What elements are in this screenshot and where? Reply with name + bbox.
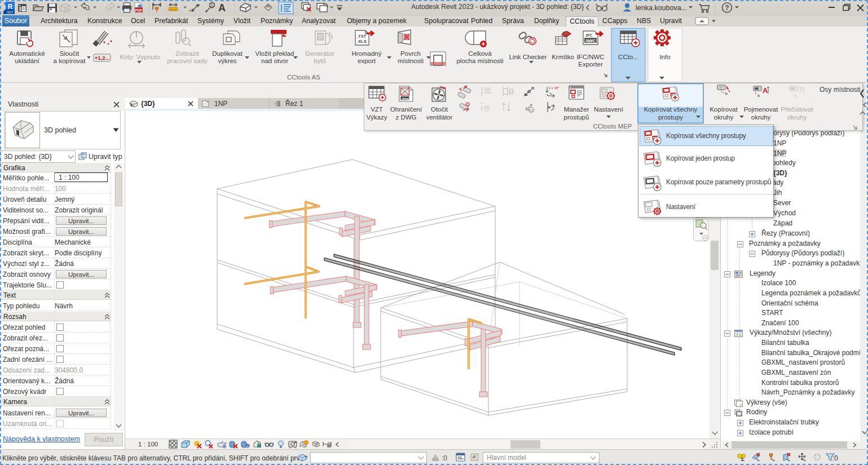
- svg-text:7: 7: [799, 86, 803, 94]
- svg-text:.dwg: .dwg: [401, 97, 409, 100]
- svg-text:RVT: RVT: [7, 11, 13, 14]
- svg-text:250: 250: [485, 90, 490, 94]
- svg-text:G: G: [223, 445, 226, 448]
- svg-text:?: ?: [725, 4, 729, 12]
- svg-text:500: 500: [484, 105, 490, 108]
- svg-text:lenka.koubova...: lenka.koubova...: [636, 4, 687, 12]
- svg-text:.NWC: .NWC: [585, 39, 596, 43]
- svg-text:.TXT: .TXT: [357, 34, 367, 39]
- svg-text:A: A: [218, 2, 226, 14]
- svg-text:R: R: [8, 3, 13, 11]
- svg-text:2 x 45°: 2 x 45°: [549, 86, 559, 90]
- svg-text:.IFC: .IFC: [585, 33, 592, 37]
- svg-text:1: 1: [211, 3, 214, 8]
- svg-text:PDF: PDF: [135, 8, 143, 12]
- svg-text:+1,2...: +1,2...: [95, 55, 110, 61]
- svg-text:.XLS: .XLS: [357, 39, 367, 44]
- svg-text:800: 800: [510, 90, 515, 94]
- svg-text:?: ?: [305, 455, 308, 460]
- svg-text:G: G: [246, 445, 249, 448]
- svg-text:S1: S1: [529, 109, 534, 112]
- svg-text:250: 250: [484, 109, 490, 112]
